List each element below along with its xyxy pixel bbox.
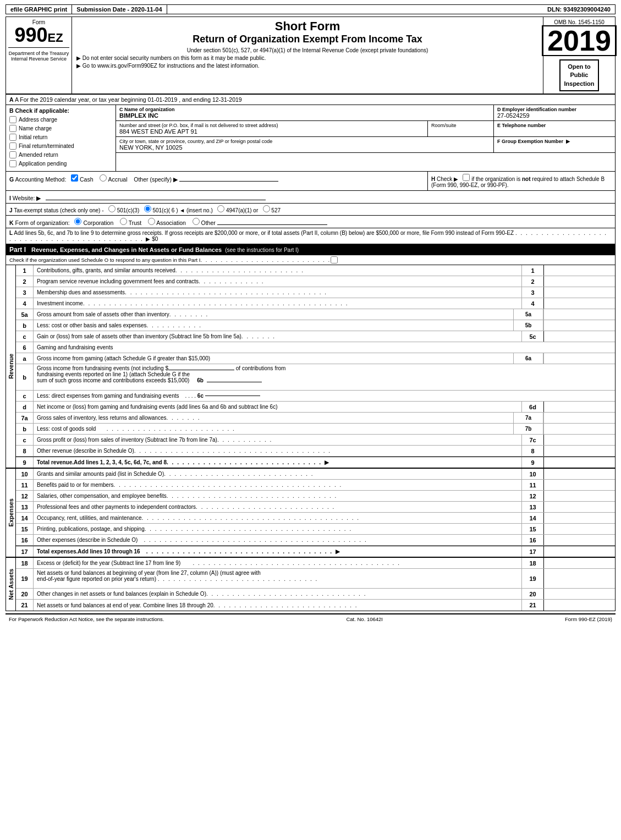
line-6c-row: c Less: direct expenses from gaming and … <box>16 391 615 402</box>
schedule-o-checkbox[interactable] <box>331 256 338 263</box>
under-section: Under section 501(c), 527, or 4947(a)(1)… <box>76 47 538 53</box>
main-header: Form 990 EZ Department of the TreasuryIn… <box>6 17 615 94</box>
line-3-row: 3 Membership dues and assessments . . . … <box>16 287 615 298</box>
net-assets-side-label-col: Net Assets <box>6 558 16 611</box>
initial-return-checkbox[interactable] <box>9 134 17 141</box>
checkbox-name-change[interactable]: Name charge <box>9 125 112 132</box>
do-not-enter-text: ▶ Do not enter social security numbers o… <box>76 55 538 61</box>
line-2-ref: 2 <box>521 276 543 287</box>
part-i-title: Revenue, Expenses, and Changes in Net As… <box>31 246 222 253</box>
line-7a-desc: Gross sales of inventory, less returns a… <box>34 413 513 423</box>
j-501c6-label[interactable]: 501(c)( 6 ) ◄ (insert no.) <box>144 207 213 213</box>
field-c: C Name of organization BIMPLEX INC <box>116 105 494 120</box>
j-501c3-radio[interactable] <box>108 205 116 212</box>
j-501c6-radio[interactable] <box>144 205 151 212</box>
checkbox-address-change[interactable]: Address charge <box>9 116 112 123</box>
h-checkbox-label[interactable] <box>463 176 470 182</box>
accrual-radio-input[interactable] <box>100 174 107 182</box>
line-17-desc: Total expenses. Add lines 10 through 16 … <box>34 546 521 557</box>
line-17-row: 17 Total expenses. Add lines 10 through … <box>16 546 615 557</box>
k-assoc-radio[interactable] <box>148 218 155 225</box>
line-15-amount <box>543 524 615 534</box>
do-not-enter: ▶ Do not enter social security numbers o… <box>76 55 538 69</box>
line-8-ref: 8 <box>521 446 543 456</box>
line-2-num: 2 <box>16 276 34 287</box>
dln: DLN: 93492309004240 <box>543 5 615 14</box>
k-trust-label[interactable]: Trust <box>120 219 141 226</box>
net-assets-side-label: Net Assets <box>8 569 14 600</box>
line-21-desc: Net assets or fund balances at end of ye… <box>34 600 521 611</box>
j-4947-label[interactable]: 4947(a)(1) or <box>217 207 258 213</box>
k-trust-radio[interactable] <box>120 218 127 225</box>
field-e: E Telephone number <box>494 121 615 136</box>
org-name-value: BIMPLEX INC <box>119 112 490 119</box>
line-21-row: 21 Net assets or fund balances at end of… <box>16 600 615 611</box>
line-6a-row: a Gross income from gaming (attach Sched… <box>16 353 615 364</box>
section-b-wrapper: B Check if applicable: Address charge Na… <box>6 105 615 172</box>
cash-checkbox[interactable] <box>71 174 78 182</box>
amended-return-checkbox[interactable] <box>9 151 17 158</box>
k-other-field <box>217 217 327 225</box>
final-return-checkbox[interactable] <box>9 142 17 150</box>
j-527-label[interactable]: 527 <box>263 207 281 213</box>
k-assoc-label[interactable]: Association <box>148 219 186 226</box>
line-13-num: 13 <box>16 502 34 512</box>
j-527-radio[interactable] <box>263 205 270 212</box>
line-5a-value <box>543 309 615 320</box>
field-c-label: C Name of organization <box>119 107 490 112</box>
line-19-num: 19 <box>16 569 34 588</box>
year-box: 2019 <box>542 25 617 56</box>
line-14-amount <box>543 513 615 523</box>
city-value: NEW YORK, NY 10025 <box>119 144 490 151</box>
k-other-label[interactable]: Other <box>193 219 216 226</box>
revenue-lines-col: 1 Contributions, gifts, grants, and simi… <box>16 265 615 468</box>
j-501c3-label[interactable]: 501(c)(3) <box>108 207 139 213</box>
field-room: Room/suite <box>428 121 494 136</box>
line-7b-ref: 7b <box>513 424 543 434</box>
city-label: City or town, state or province, country… <box>119 139 490 144</box>
k-other-radio[interactable] <box>193 218 200 225</box>
line-14-ref: 14 <box>521 513 543 523</box>
revenue-wrapper: Revenue 1 Contributions, gifts, grants, … <box>6 265 615 468</box>
line-19-row: 19 Net assets or fund balances at beginn… <box>16 569 615 589</box>
accrual-radio[interactable]: Accrual <box>100 176 127 183</box>
h-checkbox[interactable] <box>463 174 470 181</box>
line-16-num: 16 <box>16 535 34 545</box>
net-assets-wrapper: Net Assets 18 Excess or (deficit) for th… <box>6 557 615 611</box>
k-corp-label[interactable]: Corporation <box>74 219 113 226</box>
application-pending-checkbox[interactable] <box>9 160 17 167</box>
amended-return-label: Amended return <box>19 152 58 158</box>
checkbox-application-pending[interactable]: Application pending <box>9 160 112 167</box>
line-5b-num: b <box>16 320 34 331</box>
line-2-row: 2 Program service revenue including gove… <box>16 276 615 287</box>
submission-date: Submission Date - 2020-11-04 <box>72 5 167 14</box>
line-4-num: 4 <box>16 298 34 309</box>
line-18-row: 18 Excess or (deficit) for the year (Sub… <box>16 558 615 569</box>
line-6d-amount <box>543 402 615 412</box>
section-b: B Check if applicable: Address charge Na… <box>6 105 116 171</box>
line-6a-value <box>543 353 615 364</box>
line-18-ref: 18 <box>521 558 543 568</box>
line-6-desc: Gaming and fundraising events <box>34 342 615 353</box>
address-change-checkbox[interactable] <box>9 116 17 123</box>
cash-radio[interactable]: Cash <box>71 176 93 183</box>
city-row: City or town, state or province, country… <box>116 137 615 153</box>
expenses-side-label: Expenses <box>8 498 14 526</box>
line-5c-row: c Gain or (loss) from sale of assets oth… <box>16 331 615 342</box>
k-corp-radio[interactable] <box>74 218 81 225</box>
open-to-public: Open toPublicInspection <box>559 59 598 91</box>
website-field <box>46 193 266 200</box>
field-f: F Group Exemption Number ▶ <box>494 137 615 152</box>
top-bar: efile GRAPHIC print Submission Date - 20… <box>6 4 615 14</box>
submission-text: Submission Date - 2020-11-04 <box>76 6 162 13</box>
field-f-label: F Group Exemption Number ▶ <box>497 139 612 144</box>
line-5a-num: 5a <box>16 309 34 320</box>
line-4-amount <box>543 298 615 309</box>
j-4947-radio[interactable] <box>217 205 224 212</box>
checkbox-initial-return[interactable]: Initial return <box>9 134 112 141</box>
name-change-checkbox[interactable] <box>9 125 17 132</box>
checkbox-final-return[interactable]: Final return/terminated <box>9 142 112 150</box>
checkbox-amended-return[interactable]: Amended return <box>9 151 112 158</box>
line-20-amount <box>543 589 615 599</box>
paperwork-notice: For Paperwork Reduction Act Notice, see … <box>9 616 164 622</box>
